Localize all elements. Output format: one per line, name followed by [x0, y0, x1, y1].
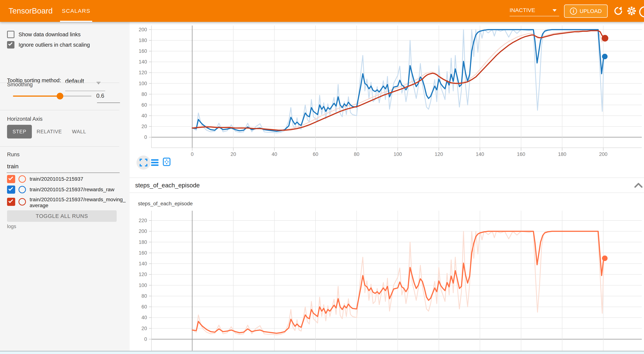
runs-label: Runs: [7, 152, 20, 158]
svg-text:200: 200: [139, 27, 147, 32]
tab-active-underline: [60, 21, 92, 22]
rewards-chart[interactable]: 0204060801001201401601802000204060801001…: [130, 22, 644, 183]
svg-text:140: 140: [139, 59, 147, 64]
sidebar: Show data download links Ignore outliers…: [0, 22, 130, 351]
svg-text:220: 220: [139, 218, 147, 223]
steps-chart[interactable]: 020406080100120140160180200220: [130, 209, 644, 351]
run-checkbox-2[interactable]: [7, 198, 15, 206]
svg-text:40: 40: [272, 152, 277, 157]
upload-button-label: UPLOAD: [580, 8, 602, 14]
svg-text:40: 40: [142, 113, 147, 118]
svg-text:60: 60: [142, 304, 147, 310]
svg-text:0: 0: [144, 134, 147, 140]
check-icon: [8, 42, 12, 46]
data-table-icon[interactable]: [150, 158, 159, 167]
toggle-all-runs-button[interactable]: TOGGLE ALL RUNS: [7, 210, 117, 222]
svg-text:120: 120: [139, 70, 147, 75]
run-label-2: train/20201015-215937/rewards_moving_ av…: [30, 197, 126, 208]
run-checkbox-0[interactable]: [7, 175, 15, 183]
tab-scalars[interactable]: SCALARS: [60, 0, 92, 22]
svg-text:120: 120: [139, 272, 147, 277]
axis-button-wall[interactable]: WALL: [69, 125, 89, 138]
help-icon[interactable]: [639, 6, 644, 18]
tab-scalars-label: SCALARS: [62, 8, 90, 14]
expand-icon[interactable]: [139, 158, 148, 167]
smoothing-value[interactable]: 0.6: [96, 92, 120, 99]
run-label-0: train/20201015-215937: [30, 176, 83, 182]
svg-text:60: 60: [142, 102, 147, 108]
svg-text:180: 180: [558, 152, 566, 157]
svg-text:100: 100: [394, 152, 402, 157]
svg-text:60: 60: [313, 152, 318, 157]
svg-text:100: 100: [139, 282, 147, 288]
svg-text:160: 160: [139, 48, 147, 54]
card-divider: [130, 192, 644, 193]
axis-button-step[interactable]: STEP: [7, 125, 32, 138]
svg-text:120: 120: [434, 152, 443, 157]
svg-text:140: 140: [476, 152, 484, 157]
svg-text:180: 180: [139, 38, 147, 43]
svg-text:80: 80: [354, 152, 360, 157]
svg-text:180: 180: [139, 240, 147, 245]
checkbox-show-download-links-label: Show data download links: [18, 32, 80, 38]
logs-label: logs: [7, 224, 16, 230]
smoothing-label: Smoothing: [7, 82, 33, 88]
svg-text:80: 80: [142, 293, 147, 299]
smoothing-slider-track-filled[interactable]: [13, 96, 60, 97]
status-dropdown-value: INACTIVE: [510, 7, 535, 13]
smoothing-value-underline: [97, 102, 120, 103]
run-label-1: train/20201015-215937/rewards_raw: [30, 187, 114, 192]
fit-domain-icon[interactable]: [162, 157, 171, 166]
bottom-chart-title: steps_of_each_episode: [138, 201, 193, 206]
check-icon: [8, 176, 13, 180]
svg-text:80: 80: [142, 92, 147, 97]
check-icon: [8, 198, 13, 203]
bottom-scroll-strip[interactable]: [0, 351, 644, 354]
svg-text:160: 160: [139, 250, 147, 256]
axis-button-relative[interactable]: RELATIVE: [36, 125, 62, 138]
app-title: TensorBoard: [8, 0, 52, 22]
upload-button[interactable]: i UPLOAD: [564, 4, 608, 18]
checkbox-ignore-outliers-label: Ignore outliers in chart scaling: [18, 42, 90, 48]
svg-text:140: 140: [139, 261, 147, 266]
smoothing-slider-track[interactable]: [60, 96, 92, 97]
check-icon: [8, 186, 13, 191]
svg-text:200: 200: [139, 228, 147, 234]
runs-filter-underline: [7, 172, 120, 173]
gear-icon[interactable]: [626, 6, 636, 16]
app-header: TensorBoard SCALARS INACTIVE i UPLOAD: [0, 0, 644, 22]
svg-text:20: 20: [230, 152, 236, 157]
tooltip-sorting-underline: [65, 91, 105, 91]
svg-text:100: 100: [139, 81, 147, 86]
svg-text:40: 40: [142, 315, 147, 320]
smoothing-slider-thumb[interactable]: [57, 93, 63, 100]
run-radio-1[interactable]: [18, 186, 26, 193]
run-radio-2[interactable]: [18, 198, 26, 206]
svg-text:160: 160: [517, 152, 525, 157]
checkbox-ignore-outliers[interactable]: [7, 41, 14, 48]
svg-text:200: 200: [599, 152, 607, 157]
runs-filter-input[interactable]: train: [7, 163, 111, 170]
horizontal-axis-label: Horizontal Axis: [7, 116, 42, 122]
refresh-icon[interactable]: [613, 6, 623, 16]
svg-text:0: 0: [191, 152, 194, 157]
dropdown-caret-icon: [96, 82, 101, 84]
run-checkbox-1[interactable]: [7, 186, 15, 194]
svg-text:20: 20: [142, 326, 147, 331]
svg-text:0: 0: [144, 336, 147, 342]
checkbox-show-download-links[interactable]: [7, 31, 14, 38]
run-radio-0[interactable]: [18, 175, 26, 183]
info-icon: i: [570, 8, 577, 15]
svg-text:20: 20: [142, 124, 147, 129]
dropdown-caret-icon: [552, 9, 556, 12]
status-dropdown[interactable]: INACTIVE: [510, 6, 559, 16]
